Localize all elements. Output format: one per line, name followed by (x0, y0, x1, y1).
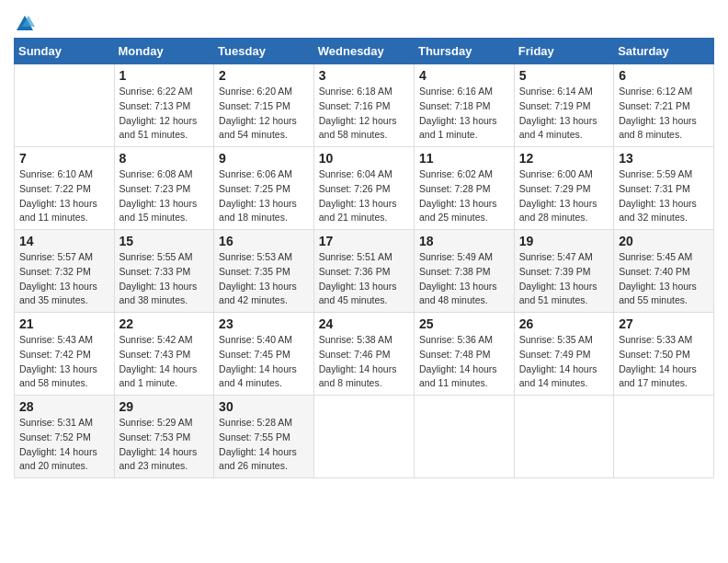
daylight-text: Daylight: 13 hours and 18 minutes. (219, 198, 297, 224)
calendar-cell: 15 Sunrise: 5:55 AM Sunset: 7:33 PM Dayl… (114, 230, 214, 313)
daylight-text: Daylight: 13 hours and 4 minutes. (519, 115, 597, 141)
sunrise-text: Sunrise: 6:18 AM (319, 86, 392, 97)
sunrise-text: Sunrise: 6:20 AM (219, 86, 292, 97)
sunrise-text: Sunrise: 5:59 AM (619, 168, 692, 179)
day-number: 14 (19, 234, 109, 248)
day-number: 28 (19, 399, 109, 414)
sunset-text: Sunset: 7:50 PM (619, 349, 690, 360)
day-info: Sunrise: 6:12 AM Sunset: 7:21 PM Dayligh… (619, 85, 709, 143)
sunrise-text: Sunrise: 5:29 AM (119, 417, 193, 428)
day-info: Sunrise: 5:40 AM Sunset: 7:45 PM Dayligh… (219, 333, 309, 391)
daylight-text: Daylight: 13 hours and 32 minutes. (619, 198, 697, 224)
day-info: Sunrise: 5:31 AM Sunset: 7:52 PM Dayligh… (19, 416, 109, 474)
day-info: Sunrise: 6:14 AM Sunset: 7:19 PM Dayligh… (519, 85, 609, 143)
calendar-cell: 21 Sunrise: 5:43 AM Sunset: 7:42 PM Dayl… (15, 313, 115, 396)
sunrise-text: Sunrise: 5:40 AM (219, 334, 292, 345)
day-number: 9 (219, 151, 309, 166)
daylight-text: Daylight: 12 hours and 54 minutes. (219, 115, 297, 141)
day-number: 22 (119, 316, 210, 331)
day-info: Sunrise: 6:04 AM Sunset: 7:26 PM Dayligh… (319, 167, 409, 225)
calendar-week-row: 7 Sunrise: 6:10 AM Sunset: 7:22 PM Dayli… (15, 147, 714, 230)
sunrise-text: Sunrise: 5:31 AM (19, 417, 93, 428)
sunset-text: Sunset: 7:35 PM (219, 266, 290, 277)
sunset-text: Sunset: 7:25 PM (219, 183, 290, 194)
calendar-cell: 18 Sunrise: 5:49 AM Sunset: 7:38 PM Dayl… (414, 230, 514, 313)
sunrise-text: Sunrise: 5:57 AM (19, 251, 93, 262)
sunset-text: Sunset: 7:33 PM (119, 266, 191, 277)
day-number: 2 (219, 68, 309, 83)
day-info: Sunrise: 5:49 AM Sunset: 7:38 PM Dayligh… (419, 250, 509, 308)
day-info: Sunrise: 5:47 AM Sunset: 7:39 PM Dayligh… (519, 250, 609, 308)
daylight-text: Daylight: 13 hours and 25 minutes. (419, 198, 497, 224)
sunrise-text: Sunrise: 6:00 AM (519, 168, 593, 179)
day-info: Sunrise: 5:38 AM Sunset: 7:46 PM Dayligh… (319, 333, 409, 391)
sunset-text: Sunset: 7:26 PM (319, 183, 391, 194)
daylight-text: Daylight: 14 hours and 26 minutes. (219, 446, 297, 472)
calendar-cell (414, 396, 514, 478)
sunrise-text: Sunrise: 6:14 AM (519, 86, 593, 97)
calendar-cell: 24 Sunrise: 5:38 AM Sunset: 7:46 PM Dayl… (313, 313, 414, 396)
sunset-text: Sunset: 7:21 PM (619, 100, 690, 111)
sunset-text: Sunset: 7:53 PM (119, 431, 191, 442)
sunset-text: Sunset: 7:49 PM (519, 349, 591, 360)
day-info: Sunrise: 6:20 AM Sunset: 7:15 PM Dayligh… (219, 85, 309, 143)
sunset-text: Sunset: 7:39 PM (519, 266, 591, 277)
daylight-text: Daylight: 14 hours and 14 minutes. (519, 363, 597, 389)
calendar-cell: 19 Sunrise: 5:47 AM Sunset: 7:39 PM Dayl… (514, 230, 613, 313)
weekday-header-sunday: Sunday (15, 39, 115, 64)
day-info: Sunrise: 5:45 AM Sunset: 7:40 PM Dayligh… (619, 250, 709, 308)
day-number: 13 (619, 151, 709, 166)
day-info: Sunrise: 6:10 AM Sunset: 7:22 PM Dayligh… (19, 167, 109, 225)
day-number: 5 (519, 68, 609, 83)
calendar-cell: 20 Sunrise: 5:45 AM Sunset: 7:40 PM Dayl… (614, 230, 714, 313)
calendar-cell: 14 Sunrise: 5:57 AM Sunset: 7:32 PM Dayl… (15, 230, 115, 313)
daylight-text: Daylight: 13 hours and 38 minutes. (119, 281, 198, 306)
day-info: Sunrise: 5:29 AM Sunset: 7:53 PM Dayligh… (119, 416, 210, 474)
calendar-cell: 7 Sunrise: 6:10 AM Sunset: 7:22 PM Dayli… (15, 147, 115, 230)
day-number: 23 (219, 316, 309, 331)
sunset-text: Sunset: 7:48 PM (419, 349, 491, 360)
day-info: Sunrise: 6:02 AM Sunset: 7:28 PM Dayligh… (419, 167, 509, 225)
sunrise-text: Sunrise: 5:45 AM (619, 251, 692, 262)
sunrise-text: Sunrise: 6:12 AM (619, 86, 692, 97)
weekday-header-saturday: Saturday (614, 39, 714, 64)
day-info: Sunrise: 5:59 AM Sunset: 7:31 PM Dayligh… (619, 167, 709, 225)
calendar-cell: 1 Sunrise: 6:22 AM Sunset: 7:13 PM Dayli… (114, 64, 214, 147)
sunset-text: Sunset: 7:42 PM (19, 349, 91, 360)
calendar-cell: 23 Sunrise: 5:40 AM Sunset: 7:45 PM Dayl… (214, 313, 314, 396)
daylight-text: Daylight: 13 hours and 1 minute. (419, 115, 497, 141)
calendar-cell: 25 Sunrise: 5:36 AM Sunset: 7:48 PM Dayl… (414, 313, 514, 396)
day-info: Sunrise: 5:33 AM Sunset: 7:50 PM Dayligh… (619, 333, 709, 391)
sunrise-text: Sunrise: 6:08 AM (119, 168, 193, 179)
day-info: Sunrise: 5:43 AM Sunset: 7:42 PM Dayligh… (19, 333, 109, 391)
calendar-cell: 11 Sunrise: 6:02 AM Sunset: 7:28 PM Dayl… (414, 147, 514, 230)
calendar-cell: 5 Sunrise: 6:14 AM Sunset: 7:19 PM Dayli… (514, 64, 613, 147)
daylight-text: Daylight: 13 hours and 11 minutes. (19, 198, 97, 224)
sunrise-text: Sunrise: 5:49 AM (419, 251, 493, 262)
sunset-text: Sunset: 7:18 PM (419, 100, 491, 111)
calendar-week-row: 14 Sunrise: 5:57 AM Sunset: 7:32 PM Dayl… (15, 230, 714, 313)
day-number: 18 (419, 234, 509, 248)
sunset-text: Sunset: 7:16 PM (319, 100, 391, 111)
sunrise-text: Sunrise: 5:55 AM (119, 251, 193, 262)
sunset-text: Sunset: 7:43 PM (119, 349, 191, 360)
calendar-cell (313, 396, 414, 478)
daylight-text: Daylight: 12 hours and 58 minutes. (319, 115, 397, 141)
sunrise-text: Sunrise: 6:10 AM (19, 168, 93, 179)
sunrise-text: Sunrise: 6:16 AM (419, 86, 493, 97)
daylight-text: Daylight: 13 hours and 45 minutes. (319, 281, 397, 306)
sunrise-text: Sunrise: 5:36 AM (419, 334, 493, 345)
day-info: Sunrise: 5:55 AM Sunset: 7:33 PM Dayligh… (119, 250, 210, 308)
day-number: 20 (619, 234, 709, 248)
day-number: 3 (319, 68, 409, 83)
day-number: 6 (619, 68, 709, 83)
day-number: 12 (519, 151, 609, 166)
sunset-text: Sunset: 7:31 PM (619, 183, 690, 194)
daylight-text: Daylight: 13 hours and 35 minutes. (19, 281, 97, 306)
sunset-text: Sunset: 7:29 PM (519, 183, 591, 194)
daylight-text: Daylight: 13 hours and 28 minutes. (519, 198, 597, 224)
logo (14, 14, 36, 30)
day-number: 8 (119, 151, 210, 166)
day-number: 10 (319, 151, 409, 166)
day-number: 17 (319, 234, 409, 248)
